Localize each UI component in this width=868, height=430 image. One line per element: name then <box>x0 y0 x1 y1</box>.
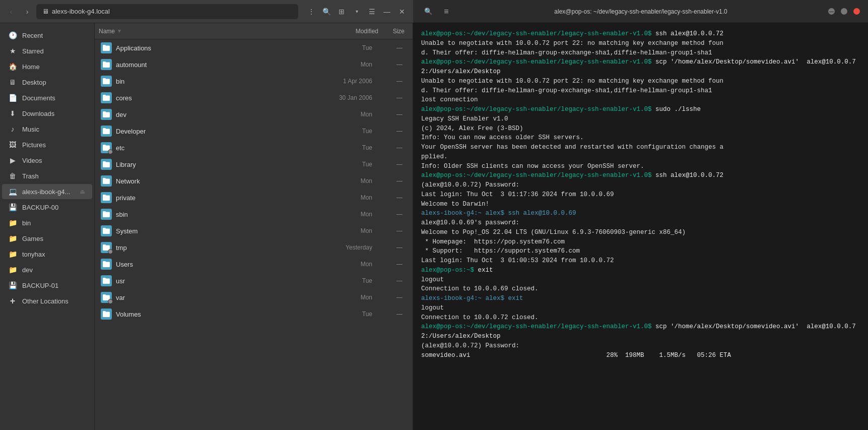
terminal-search-button[interactable]: 🔍 <box>421 5 435 19</box>
file-manager-pane: ‹ › 🖥 alexs-ibook-g4.local ⋮ 🔍 ⊞ ▾ ☰ — ✕ <box>0 0 413 430</box>
sidebar-item-label: bin <box>22 219 31 227</box>
sidebar-item-backup01[interactable]: 💾 BACKUP-01 <box>2 278 92 293</box>
folder-icon <box>101 292 112 303</box>
table-row[interactable]: DeveloperTue— <box>97 123 411 139</box>
table-row[interactable]: sbinMon— <box>97 206 411 222</box>
terminal-line: Welcome to Pop!_OS 22.04 LTS (GNU/Linux … <box>421 228 860 237</box>
sidebar-item-label: BACKUP-00 <box>22 204 58 211</box>
table-row[interactable]: privateMon— <box>97 190 411 206</box>
eject-icon[interactable]: ⏏ <box>78 188 86 196</box>
terminal-content[interactable]: alex@pop-os:~/dev/legacy-ssh-enabler/leg… <box>413 23 868 430</box>
terminal-line: Connection to 10.0.0.69 closed. <box>421 284 860 294</box>
folder-icon <box>101 142 112 153</box>
toolbar-actions: ⋮ 🔍 ⊞ ▾ ☰ — ✕ <box>304 5 409 19</box>
table-row[interactable]: bin1 Apr 2006— <box>97 73 411 89</box>
terminal-maximize-button[interactable] <box>841 8 847 15</box>
table-row[interactable]: usrTue— <box>97 273 411 289</box>
table-row[interactable]: NetworkMon— <box>97 173 411 189</box>
folder-icon <box>101 275 112 286</box>
terminal-line: Your OpenSSH server has been detected an… <box>421 143 860 152</box>
table-row[interactable]: automountMon— <box>97 56 411 73</box>
terminal-line: (c) 2024, Alex Free (3-BSD) <box>421 124 860 134</box>
file-modified: 30 Jan 2006 <box>312 94 372 101</box>
file-modified: Yesterday <box>312 244 372 251</box>
col-modified-header[interactable]: Modified <box>318 28 378 35</box>
file-name: private <box>116 194 308 202</box>
sidebar-item-downloads[interactable]: ⬇ Downloads <box>2 106 92 121</box>
table-row[interactable]: tmpYesterday— <box>97 239 411 256</box>
file-modified: Tue <box>312 277 372 284</box>
close-button[interactable]: ✕ <box>395 5 409 19</box>
file-name: usr <box>116 277 308 285</box>
more-options-button[interactable]: ⋮ <box>304 5 318 19</box>
file-modified: Mon <box>312 194 372 201</box>
table-row[interactable]: etcTue— <box>97 140 411 156</box>
search-button[interactable]: 🔍 <box>319 5 333 19</box>
table-row[interactable]: SystemMon— <box>97 223 411 239</box>
nav-forward-button[interactable]: › <box>20 5 34 19</box>
folder-icon <box>101 59 112 70</box>
file-manager-window: ‹ › 🖥 alexs-ibook-g4.local ⋮ 🔍 ⊞ ▾ ☰ — ✕ <box>0 0 868 430</box>
sidebar-item-backup00[interactable]: 💾 BACKUP-00 <box>2 200 92 215</box>
sidebar-item-label: dev <box>22 266 33 274</box>
sidebar-item-starred[interactable]: ★ Starred <box>2 43 92 58</box>
terminal-close-button[interactable] <box>853 8 860 15</box>
sort-icon: ▼ <box>117 28 122 34</box>
sidebar-item-dev[interactable]: 📁 dev <box>2 262 92 277</box>
terminal-line: Unable to negotiate with 10.0.0.72 port … <box>421 77 860 86</box>
terminal-line: * Homepage: https://pop.system76.com <box>421 237 860 247</box>
terminal-minimize-button[interactable]: — <box>828 8 835 15</box>
file-modified: Mon <box>312 61 372 68</box>
grid-view-button[interactable]: ⊞ <box>335 5 349 19</box>
table-row[interactable]: devMon— <box>97 106 411 122</box>
sidebar-item-videos[interactable]: ▶ Videos <box>2 153 92 168</box>
sidebar-filelist-container: 🕐 Recent ★ Starred 🏠 Home 🖥 Desktop <box>0 23 413 430</box>
file-name: bin <box>116 78 308 85</box>
sidebar-item-home[interactable]: 🏠 Home <box>2 59 92 74</box>
terminal-line: Legacy SSH Enabler v1.0 <box>421 114 860 124</box>
terminal-line: alexs-ibook-g4:~ alex$ ssh alex@10.0.0.6… <box>421 209 860 218</box>
folder-icon <box>101 109 112 120</box>
sidebar-item-label: Documents <box>22 94 55 102</box>
sidebar-item-games[interactable]: 📁 Games <box>2 231 92 246</box>
table-row[interactable]: ApplicationsTue— <box>97 40 411 56</box>
col-name-header[interactable]: Name ▼ <box>99 28 318 35</box>
sidebar-item-desktop[interactable]: 🖥 Desktop <box>2 75 92 90</box>
table-row[interactable]: UsersMon— <box>97 256 411 272</box>
view-dropdown-button[interactable]: ▾ <box>350 5 364 19</box>
sidebar-item-pictures[interactable]: 🖼 Pictures <box>2 137 92 152</box>
file-name: var <box>116 294 308 301</box>
terminal-line: * Support: https://support.system76.com <box>421 247 860 256</box>
terminal-line: alex@10.0.0.69's password: <box>421 218 860 228</box>
table-row[interactable]: VolumesTue— <box>97 306 411 322</box>
terminal-menu-button[interactable]: ≡ <box>439 5 453 19</box>
games-icon: 📁 <box>8 234 17 243</box>
sidebar-item-label: Desktop <box>22 79 46 86</box>
table-row[interactable]: varMon— <box>97 289 411 305</box>
folder-icon <box>101 259 112 270</box>
sidebar-item-tonyhax[interactable]: 📁 tonyhax <box>2 247 92 262</box>
sidebar-item-alexs-ibook[interactable]: 💻 alexs-ibook-g4... ⏏ <box>2 184 92 199</box>
sidebar-item-other-locations[interactable]: + Other Locations <box>2 293 92 309</box>
folder-icon <box>101 209 112 220</box>
minimize-button[interactable]: — <box>380 5 394 19</box>
terminal-line: (alex@10.0.0.72) Password: <box>421 341 860 351</box>
bin-icon: 📁 <box>8 218 17 227</box>
sidebar-item-trash[interactable]: 🗑 Trash <box>2 168 92 183</box>
list-view-button[interactable]: ☰ <box>365 5 379 19</box>
sidebar-item-label: Music <box>22 126 39 133</box>
sidebar-item-documents[interactable]: 📄 Documents <box>2 90 92 105</box>
sidebar-item-bin[interactable]: 📁 bin <box>2 215 92 230</box>
col-size-header[interactable]: Size <box>378 28 409 35</box>
sidebar-item-recent[interactable]: 🕐 Recent <box>2 28 92 43</box>
file-name: Users <box>116 261 308 268</box>
file-modified: 1 Apr 2006 <box>312 78 372 85</box>
nav-back-button[interactable]: ‹ <box>4 5 18 19</box>
music-icon: ♪ <box>8 125 17 134</box>
file-size: — <box>376 111 407 118</box>
table-row[interactable]: cores30 Jan 2006— <box>97 90 411 106</box>
table-row[interactable]: LibraryTue— <box>97 156 411 172</box>
dev-icon: 📁 <box>8 265 17 274</box>
location-bar[interactable]: 🖥 alexs-ibook-g4.local <box>36 4 298 19</box>
sidebar-item-music[interactable]: ♪ Music <box>2 121 92 137</box>
